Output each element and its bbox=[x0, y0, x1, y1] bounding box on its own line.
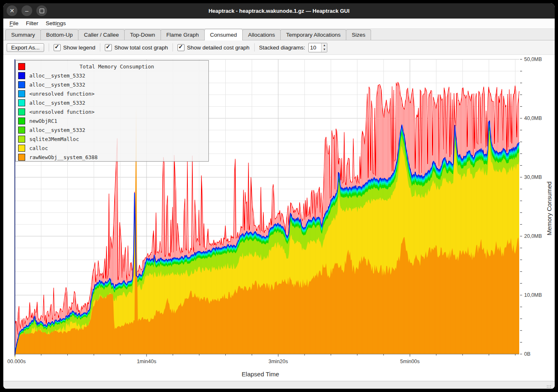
checkbox-show-detailed-cost-graph[interactable]: Show detailed cost graph bbox=[177, 44, 250, 51]
legend-row: <unresolved function> bbox=[16, 107, 208, 116]
legend-label: alloc__system_5332 bbox=[29, 73, 85, 79]
window-title: Heaptrack - heaptrack.wakunode.1.gz — He… bbox=[3, 3, 555, 19]
tab-summary[interactable]: Summary bbox=[5, 29, 41, 40]
checkbox-show-total-cost-graph[interactable]: Show total cost graph bbox=[105, 44, 168, 51]
legend-swatch-icon bbox=[18, 145, 25, 152]
app-window: ✕ – Heaptrack - heaptrack.wakunode.1.gz … bbox=[3, 3, 555, 389]
legend-row: alloc__system_5332 bbox=[16, 80, 208, 89]
tab-top-down[interactable]: Top-Down bbox=[124, 29, 161, 40]
svg-text:00.000s: 00.000s bbox=[7, 359, 26, 364]
legend-swatch-icon bbox=[18, 117, 25, 124]
legend-row: <unresolved function> bbox=[16, 89, 208, 98]
svg-text:20,0MB: 20,0MB bbox=[524, 233, 542, 239]
legend-label: sqlite3MemMalloc bbox=[29, 136, 79, 142]
legend-swatch-icon bbox=[18, 72, 25, 79]
spinner-arrows: ▲ ▼ bbox=[321, 43, 327, 52]
resize-grip-icon[interactable] bbox=[546, 385, 551, 389]
y-axis-title: Memory Consumed bbox=[546, 176, 553, 242]
legend-label: rawNewObj__system_6388 bbox=[29, 154, 98, 160]
menu-item-file[interactable]: File bbox=[6, 19, 22, 28]
legend-swatch-icon bbox=[18, 154, 25, 161]
svg-text:0B: 0B bbox=[524, 351, 530, 357]
tab-consumed[interactable]: Consumed bbox=[204, 29, 243, 40]
legend-label: alloc__system_5332 bbox=[29, 82, 85, 88]
legend-row: alloc__system_5332 bbox=[16, 98, 208, 107]
toolbar: Export As... Show legendShow total cost … bbox=[3, 40, 555, 55]
spin-up-icon[interactable]: ▲ bbox=[322, 43, 327, 48]
title-bar: ✕ – Heaptrack - heaptrack.wakunode.1.gz … bbox=[3, 3, 555, 19]
legend-swatch-icon bbox=[18, 63, 25, 70]
tab-allocations[interactable]: Allocations bbox=[242, 29, 281, 40]
legend-swatch-icon bbox=[18, 81, 25, 88]
svg-text:30,0MB: 30,0MB bbox=[524, 174, 542, 180]
memory-chart[interactable]: 00.000s1min40s3min20s5min00s0B10,0MB20,0… bbox=[3, 55, 555, 381]
legend-row: newObjRC1 bbox=[16, 116, 208, 125]
export-as-button[interactable]: Export As... bbox=[7, 43, 44, 52]
legend-row: alloc__system_5332 bbox=[16, 125, 208, 134]
tab-temporary-allocations[interactable]: Temporary Allocations bbox=[280, 29, 346, 40]
legend-label: <unresolved function> bbox=[29, 91, 95, 97]
checkbox-check-icon bbox=[54, 44, 61, 51]
legend-label: Total Memory Consumption bbox=[25, 63, 208, 70]
svg-text:5min00s: 5min00s bbox=[400, 359, 420, 364]
svg-text:1min40s: 1min40s bbox=[137, 359, 156, 364]
checkbox-check-icon bbox=[177, 44, 184, 51]
checkbox-show-legend[interactable]: Show legend bbox=[54, 44, 95, 51]
stacked-diagrams-value: 10 bbox=[309, 43, 321, 52]
menu-bar: FileFilterSettings bbox=[3, 19, 555, 29]
chart-legend: Total Memory Consumptionalloc__system_53… bbox=[15, 60, 209, 162]
spin-down-icon[interactable]: ▼ bbox=[322, 47, 327, 52]
checkbox-label: Show detailed cost graph bbox=[187, 45, 250, 51]
x-axis-title: Elapsed Time bbox=[3, 371, 518, 378]
legend-label: alloc__system_5332 bbox=[29, 127, 85, 133]
svg-text:10,0MB: 10,0MB bbox=[524, 292, 542, 298]
checkbox-label: Show total cost graph bbox=[114, 45, 168, 51]
tab-flame-graph[interactable]: Flame Graph bbox=[161, 29, 205, 40]
legend-row: rawNewObj__system_6388 bbox=[16, 153, 208, 162]
legend-swatch-icon bbox=[18, 127, 25, 134]
legend-label: <unresolved function> bbox=[29, 109, 95, 115]
svg-text:50,0MB: 50,0MB bbox=[524, 56, 542, 62]
legend-label: calloc bbox=[29, 145, 48, 151]
svg-text:40,0MB: 40,0MB bbox=[524, 115, 542, 121]
legend-swatch-icon bbox=[18, 136, 25, 143]
legend-swatch-icon bbox=[18, 99, 25, 106]
stacked-diagrams-spinbox[interactable]: 10 ▲ ▼ bbox=[308, 43, 327, 52]
legend-row: calloc bbox=[16, 143, 208, 153]
legend-label: alloc__system_5332 bbox=[29, 100, 85, 106]
legend-swatch-icon bbox=[18, 108, 25, 115]
legend-row: alloc__system_5332 bbox=[16, 71, 208, 80]
checkbox-check-icon bbox=[105, 44, 112, 51]
menu-item-filter[interactable]: Filter bbox=[22, 19, 42, 28]
legend-label: newObjRC1 bbox=[29, 118, 57, 124]
legend-row: sqlite3MemMalloc bbox=[16, 134, 208, 143]
tab-bar: SummaryBottom-UpCaller / CalleeTop-DownF… bbox=[3, 29, 555, 40]
menu-item-settings[interactable]: Settings bbox=[42, 19, 70, 28]
legend-row: Total Memory Consumption bbox=[16, 62, 208, 71]
tab-caller-callee[interactable]: Caller / Callee bbox=[78, 29, 125, 40]
toolbar-separator bbox=[254, 43, 255, 52]
tab-bottom-up[interactable]: Bottom-Up bbox=[40, 29, 79, 40]
checkbox-label: Show legend bbox=[63, 45, 95, 51]
legend-swatch-icon bbox=[18, 90, 25, 97]
svg-text:3min20s: 3min20s bbox=[268, 359, 288, 364]
toolbar-separator bbox=[49, 43, 49, 52]
status-bar bbox=[3, 381, 555, 389]
stacked-diagrams-label: Stacked diagrams: bbox=[259, 45, 305, 51]
tab-sizes[interactable]: Sizes bbox=[346, 29, 371, 40]
